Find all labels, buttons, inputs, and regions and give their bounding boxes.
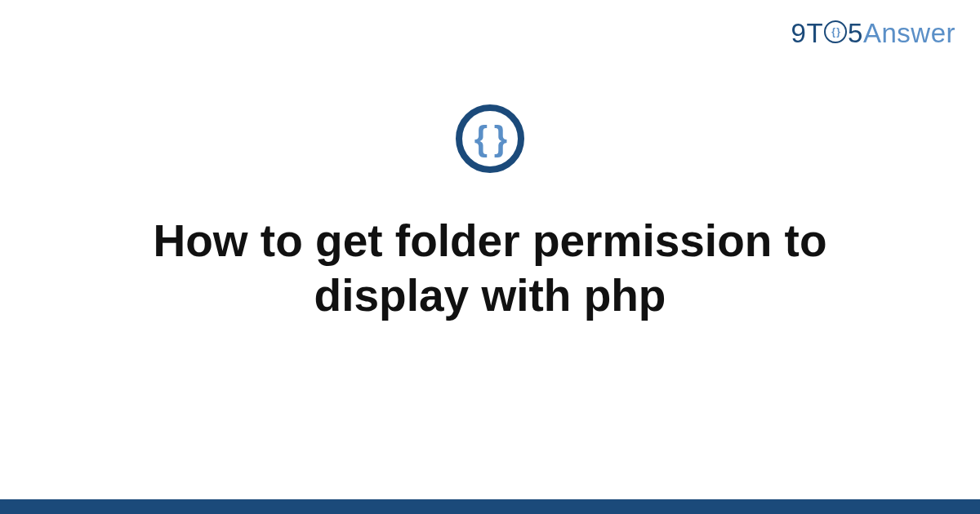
footer-accent-bar [0,499,980,514]
code-braces-icon: { } [456,104,524,173]
logo-circle-icon: { } [824,20,847,43]
braces-glyph: { } [474,119,506,158]
logo-circle-braces: { } [831,26,840,38]
page-title: How to get folder permission to display … [82,214,898,323]
site-logo: 9T { } 5 Answer [791,18,956,49]
logo-text-5: 5 [848,18,863,49]
main-content: { } How to get folder permission to disp… [0,104,980,323]
logo-text-answer: Answer [863,18,956,49]
logo-text-9t: 9T [791,18,824,49]
